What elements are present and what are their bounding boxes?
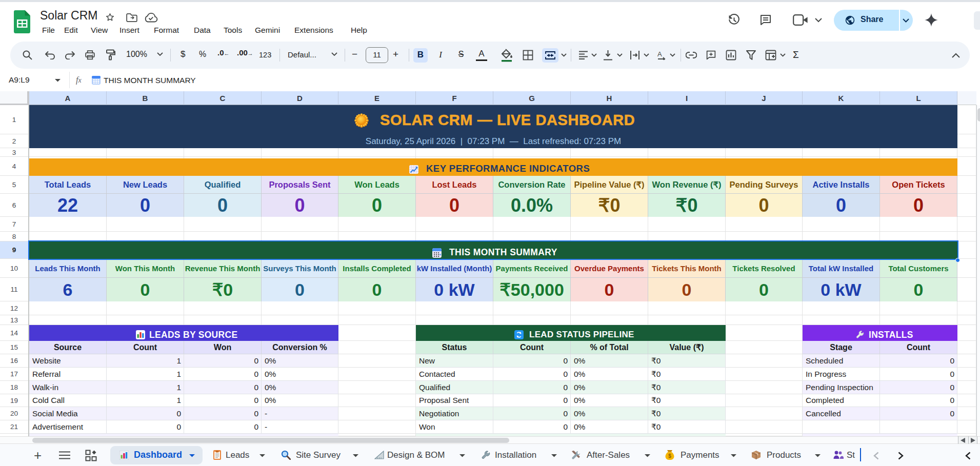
svg-text:A: A [657, 50, 662, 58]
svg-text:$: $ [668, 453, 671, 459]
